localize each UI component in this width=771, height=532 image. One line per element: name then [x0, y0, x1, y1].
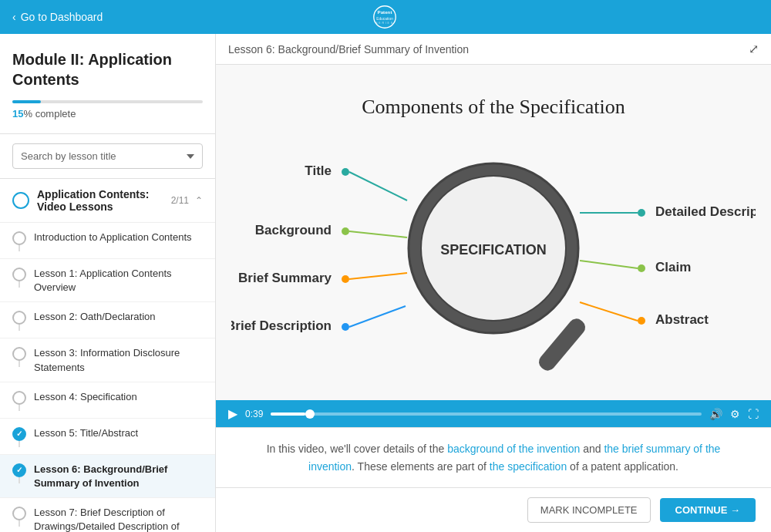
lesson-connector-6: ✓: [12, 463, 26, 483]
svg-text:Brief Description: Brief Description: [231, 318, 332, 333]
highlight-specification: the specification: [490, 460, 567, 473]
svg-line-20: [349, 306, 406, 327]
volume-icon[interactable]: 🔊: [709, 408, 722, 420]
svg-point-19: [342, 323, 349, 331]
action-bar: MARK INCOMPLETE CONTINUE →: [216, 487, 771, 532]
lesson-text-4: Lesson 4: Specification: [34, 389, 137, 404]
progress-bar-container: 15% complete: [12, 100, 203, 120]
sidebar: Module II: Application Contents 15% comp…: [0, 34, 216, 532]
list-item[interactable]: Introduction to Application Contents: [0, 223, 215, 259]
lesson-text-7: Lesson 7: Brief Description of Drawings/…: [34, 505, 203, 532]
list-item[interactable]: ✓ Lesson 6: Background/Brief Summary of …: [0, 455, 215, 498]
progress-bar-bg: [12, 100, 203, 103]
section-circle: [12, 192, 29, 209]
svg-text:Title: Title: [305, 163, 332, 178]
description-area: In this video, we'll cover details of th…: [216, 427, 771, 487]
section-count: 2/11: [171, 195, 189, 206]
svg-text:Claim: Claim: [655, 260, 691, 274]
back-button[interactable]: ‹ Go to Dashboard: [12, 11, 103, 23]
list-item[interactable]: Lesson 4: Specification: [0, 382, 215, 419]
logo: Patent Education SERIES: [372, 5, 397, 29]
svg-text:SPECIFICATION: SPECIFICATION: [440, 242, 547, 258]
back-label: Go to Dashboard: [21, 11, 103, 23]
specification-diagram: Components of the Specification SPECIFIC…: [231, 86, 756, 379]
mark-incomplete-button[interactable]: MARK INCOMPLETE: [527, 497, 651, 523]
lesson-text-5: Lesson 5: Title/Abstract: [34, 426, 138, 440]
progress-label: 15% complete: [12, 108, 203, 120]
svg-rect-7: [536, 315, 588, 373]
list-item[interactable]: ✓ Lesson 5: Title/Abstract: [0, 419, 215, 455]
lesson-connector-4: [12, 391, 26, 411]
svg-text:Education: Education: [376, 17, 393, 21]
list-item[interactable]: Lesson 1: Application Contents Overview: [0, 259, 215, 302]
svg-line-26: [580, 261, 638, 268]
svg-line-14: [349, 231, 407, 237]
lesson-dot-5: ✓: [12, 427, 26, 441]
description-text: In this video, we'll cover details of th…: [247, 440, 740, 475]
progress-bar-fill: [12, 100, 41, 103]
video-controls: ▶ 0:39 🔊 ⚙ ⛶: [216, 400, 771, 427]
svg-point-16: [342, 275, 349, 283]
lesson-text-3: Lesson 3: Information Disclosure Stateme…: [34, 345, 203, 374]
video-progress-thumb[interactable]: [305, 409, 315, 419]
lesson-dot-2: [12, 311, 26, 325]
lesson-text-6: Lesson 6: Background/Brief Summary of In…: [34, 462, 203, 490]
svg-text:Detailed Description: Detailed Description: [655, 204, 756, 219]
svg-text:Components of the Specificatio: Components of the Specification: [362, 96, 625, 118]
diagram-area: Components of the Specification SPECIFIC…: [216, 65, 771, 400]
svg-point-28: [638, 317, 645, 325]
lesson-dot-4: [12, 391, 26, 405]
lesson-list: Application Contents: Video Lessons 2/11…: [0, 179, 215, 532]
time-display: 0:39: [245, 409, 263, 419]
sidebar-header: Module II: Application Contents 15% comp…: [0, 34, 215, 134]
svg-point-13: [342, 227, 349, 235]
module-title: Module II: Application Contents: [12, 49, 203, 89]
search-container[interactable]: Search by lesson title: [0, 134, 215, 179]
lesson-dot-6: ✓: [12, 463, 26, 477]
svg-text:SERIES: SERIES: [375, 22, 394, 25]
continue-button[interactable]: CONTINUE →: [660, 498, 756, 522]
lesson-header-bar: Lesson 6: Background/Brief Summary of In…: [216, 34, 771, 65]
video-progress-fill: [271, 412, 305, 416]
video-container: Components of the Specification SPECIFIC…: [216, 65, 771, 427]
svg-point-25: [638, 264, 645, 272]
svg-line-29: [580, 302, 638, 321]
lesson-header-title: Lesson 6: Background/Brief Summary of In…: [228, 43, 469, 56]
video-progress-track[interactable]: [271, 412, 702, 416]
svg-text:Background: Background: [255, 223, 332, 237]
content-area: Lesson 6: Background/Brief Summary of In…: [216, 34, 771, 532]
expand-icon[interactable]: ⤢: [749, 42, 759, 56]
lesson-connector-3: [12, 347, 26, 367]
svg-text:Patent: Patent: [377, 9, 392, 15]
section-title: Application Contents: Video Lessons: [37, 188, 171, 213]
lesson-connector-2: [12, 311, 26, 331]
section-header[interactable]: Application Contents: Video Lessons 2/11…: [0, 179, 215, 223]
lesson-connector-5: ✓: [12, 427, 26, 447]
lesson-text-0: Introduction to Application Contents: [34, 230, 192, 244]
list-item[interactable]: Lesson 7: Brief Description of Drawings/…: [0, 498, 215, 532]
lesson-dot-7: [12, 507, 26, 520]
main-layout: Module II: Application Contents 15% comp…: [0, 34, 771, 532]
lesson-text-2: Lesson 2: Oath/Declaration: [34, 309, 156, 324]
lesson-connector-1: [12, 268, 26, 288]
svg-line-17: [349, 273, 407, 279]
lesson-dot-0: [12, 231, 26, 245]
list-item[interactable]: Lesson 2: Oath/Declaration: [0, 302, 215, 338]
svg-point-10: [342, 168, 349, 176]
progress-pct: 15: [12, 108, 23, 120]
svg-point-22: [638, 209, 645, 217]
list-item[interactable]: Lesson 3: Information Disclosure Stateme…: [0, 338, 215, 382]
settings-icon[interactable]: ⚙: [730, 408, 740, 420]
continue-label: CONTINUE →: [675, 504, 741, 516]
svg-text:Abstract: Abstract: [655, 312, 709, 327]
svg-line-11: [349, 172, 407, 200]
search-input[interactable]: Search by lesson title: [12, 143, 203, 169]
chevron-up-icon: ⌃: [195, 195, 203, 206]
fullscreen-icon[interactable]: ⛶: [748, 408, 759, 420]
back-icon: ‹: [12, 11, 16, 23]
logo-icon: Patent Education SERIES: [372, 5, 397, 29]
lesson-text-1: Lesson 1: Application Contents Overview: [34, 266, 203, 295]
top-nav: ‹ Go to Dashboard Patent Education SERIE…: [0, 0, 771, 34]
lesson-connector-0: [12, 231, 26, 251]
play-button[interactable]: ▶: [228, 406, 237, 421]
